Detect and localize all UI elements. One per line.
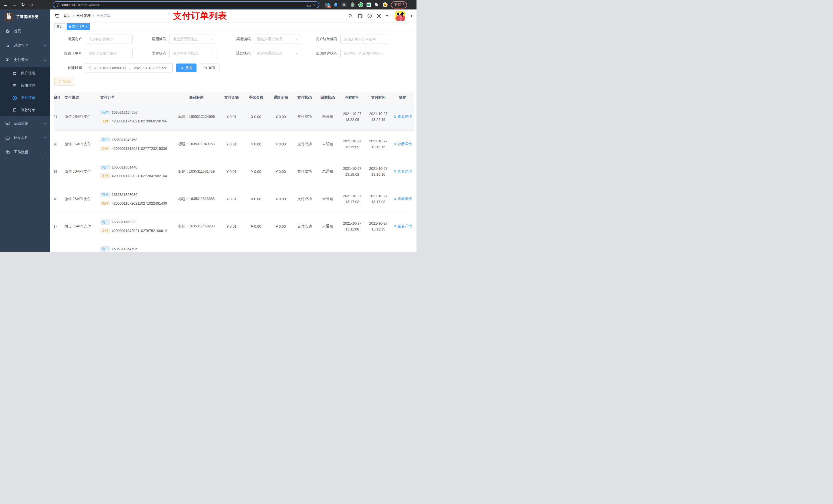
channel-code-select[interactable]: 请输入渠道编码 ∨	[254, 34, 301, 44]
extension-chat-icon[interactable]	[366, 3, 371, 7]
order-numbers-cell: 商户1635311823086 支付4200001167202110271022…	[99, 192, 174, 206]
filter-label-channel-code: 渠道编码	[223, 37, 254, 42]
view-detail-link[interactable]: 查看详情	[394, 142, 412, 146]
help-icon[interactable]: ?	[367, 14, 372, 18]
browser-back-icon[interactable]: ←	[3, 2, 9, 7]
view-detail-link[interactable]: 查看详情	[394, 115, 412, 119]
sidebar-item-app-info[interactable]: 应用信息	[0, 79, 50, 92]
avatar-caret-icon[interactable]: ▼	[410, 14, 413, 18]
sidebar-item-refund-order[interactable]: 退款订单	[0, 104, 50, 116]
tag-pay-order[interactable]: 支付订单 ×	[67, 23, 90, 30]
browser-menu-icon[interactable]	[403, 3, 404, 6]
extension-status-icon[interactable]	[350, 2, 355, 7]
browser-reload-icon[interactable]: ↻	[20, 2, 26, 7]
filter-label-pay-status: 支付状态	[139, 51, 169, 56]
filter-label-merchant-order-no: 商户订单编号	[307, 37, 340, 42]
pay-status-select[interactable]: 请选择支付状态 ∨	[169, 49, 217, 58]
browser-extensions: 10 ⌘ y 更新	[325, 1, 407, 8]
create-time-start[interactable]: 2021-10-01 00:00:00	[94, 66, 125, 70]
site-info-icon[interactable]: i	[56, 3, 60, 7]
pay-tag: 支付	[100, 146, 110, 151]
table-row[interactable]: 18 微信 JSAPI 支付 商户1635311823086 支付4200001…	[54, 186, 414, 213]
fullscreen-icon[interactable]	[377, 14, 381, 18]
search-button[interactable]: 搜索	[176, 64, 196, 72]
breadcrumb-home[interactable]: 首页	[64, 14, 71, 18]
browser-toolbar: ← → ↻ ⌂ i localhost:1024/pay/order ☆ 10 …	[0, 0, 416, 9]
table-row[interactable]: 17 微信 JSAPI 支付 商户1635311468233 支付4200001…	[54, 213, 414, 240]
yen-icon: ¥	[5, 57, 10, 63]
chevron-down-icon: ∨	[382, 52, 385, 55]
pay-tag: 支付	[100, 201, 110, 206]
sidebar-item-system[interactable]: 系统管理 ∨	[0, 39, 50, 53]
sidebar-item-dev-tools[interactable]: 研发工具 ∨	[0, 130, 50, 145]
bookmark-star-icon[interactable]: ☆	[313, 3, 316, 7]
notify-status-select[interactable]: 请选择订单回调商户状态 ∨	[340, 49, 388, 58]
export-button[interactable]: ↧ 导出	[54, 77, 74, 86]
reset-button[interactable]: ⟲ 重置	[200, 64, 220, 72]
chevron-down-icon: ∨	[211, 38, 214, 41]
sidebar-item-pay-order[interactable]: ¥ 支付订单	[0, 92, 50, 104]
table-row[interactable]: 商户1635311254796	[54, 240, 414, 252]
sidebar-item-merchant-info[interactable]: 商户信息	[0, 67, 50, 79]
table-row[interactable]: 19 微信 JSAPI 支付 商户1635311881440 支付4200001…	[54, 158, 414, 186]
url-text[interactable]: localhost:1024/pay/order	[62, 3, 305, 7]
chevron-down-icon: ∨	[44, 122, 46, 125]
browser-update-button[interactable]: 更新	[391, 1, 407, 8]
grid-icon	[12, 83, 17, 88]
sidebar-item-home[interactable]: 首页	[0, 24, 50, 39]
share-icon[interactable]	[307, 3, 311, 7]
filter-label-create-time: 创建时间	[54, 66, 85, 70]
merchant-input[interactable]	[88, 37, 129, 41]
extension-badge: 10	[327, 5, 331, 8]
table-row[interactable]: 21 微信 JSAPI 支付 商户1635312124657 支付4200001…	[54, 103, 414, 130]
chevron-down-icon: ∨	[44, 137, 46, 139]
view-detail-link[interactable]: 查看详情	[394, 224, 412, 229]
sidebar-item-infra[interactable]: 基础设施 ∨	[0, 116, 50, 130]
font-size-icon[interactable]: TT	[386, 14, 390, 18]
tag-close-icon[interactable]: ×	[86, 25, 87, 28]
monitor-icon	[5, 121, 10, 126]
extension-command-icon[interactable]: ⌘	[342, 2, 347, 7]
filter-row-create-time: 创建时间 2021-10-01 00:00:00 - 2021-10-31 23…	[54, 63, 416, 72]
filter-label-merchant: 所属商户	[54, 37, 85, 42]
view-detail-link[interactable]: 查看详情	[394, 169, 412, 174]
filter-form: 所属商户 应用编号 请选择应用信息 ∨ 渠道编码	[54, 34, 416, 58]
merchant-order-no-field[interactable]	[340, 34, 388, 44]
documents-icon	[12, 108, 17, 112]
refund-status-select[interactable]: 请选择退款状态 ∨	[254, 49, 301, 58]
user-avatar[interactable]	[395, 11, 405, 21]
chevron-down-icon: ∨	[44, 44, 46, 47]
order-numbers-cell: 商户1635311468233 支付4200001194202110276752…	[99, 219, 174, 233]
sidebar-logo[interactable]: 芋道管理系统	[0, 9, 50, 24]
table-row[interactable]: 20 微信 JSAPI 支付 商户1635311949168 支付4200001…	[54, 130, 414, 158]
extension-gem-icon[interactable]	[333, 2, 338, 7]
svg-text:?: ?	[369, 15, 371, 18]
sidebar-item-payment[interactable]: ¥ 支付管理 ∧	[0, 53, 50, 67]
create-time-end[interactable]: 2021-10-31 23:59:59	[134, 66, 166, 70]
header-search-icon[interactable]	[348, 14, 353, 18]
browser-forward-icon[interactable]: →	[11, 2, 18, 7]
create-time-range-picker[interactable]: 2021-10-01 00:00:00 - 2021-10-31 23:59:5…	[85, 63, 173, 72]
tags-view-bar: 首页 支付订单 ×	[50, 22, 416, 31]
extension-proxy-icon[interactable]: 10	[325, 2, 330, 7]
breadcrumb-section[interactable]: 支付管理	[76, 14, 91, 18]
merchant-select[interactable]	[85, 34, 133, 44]
sidebar-item-workflow[interactable]: 工作流程 ∨	[0, 145, 50, 159]
extensions-puzzle-icon[interactable]	[374, 2, 379, 7]
address-bar[interactable]: i localhost:1024/pay/order ☆	[53, 1, 319, 8]
merchant-order-no-input[interactable]	[344, 37, 385, 41]
hamburger-icon[interactable]	[54, 13, 60, 19]
tag-home[interactable]: 首页	[54, 23, 65, 30]
browser-home-icon[interactable]: ⌂	[29, 2, 35, 8]
merchant-tag: 商户	[100, 192, 110, 197]
channel-order-no-field[interactable]	[85, 49, 133, 58]
store-icon	[12, 71, 17, 75]
app-select[interactable]: 请选择应用信息 ∨	[169, 34, 217, 44]
browser-profile-avatar[interactable]	[383, 2, 387, 7]
sidebar: 芋道管理系统 首页 系统管理 ∨ ¥ 支付	[0, 9, 50, 252]
github-icon[interactable]	[358, 14, 362, 19]
channel-order-no-input[interactable]	[88, 51, 129, 55]
view-detail-link[interactable]: 查看详情	[394, 197, 412, 201]
extension-y-icon[interactable]: y	[358, 2, 363, 7]
pay-tag: 支付	[100, 173, 110, 178]
